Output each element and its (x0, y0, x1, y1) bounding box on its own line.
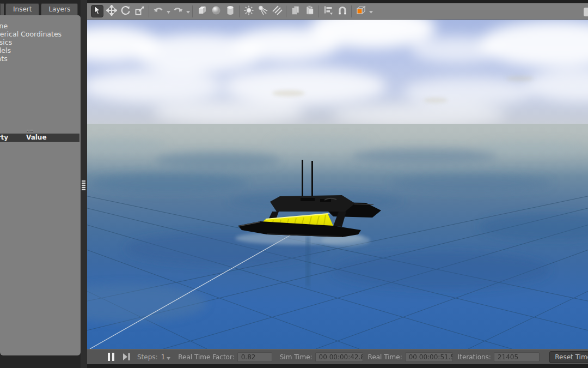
steps-spinner-caret[interactable] (167, 357, 170, 360)
property-table-header: Property Value (0, 134, 79, 142)
redo-button[interactable] (171, 5, 184, 17)
steps-value[interactable]: 1 (161, 353, 166, 361)
rotate-tool-button[interactable] (119, 5, 132, 17)
select-tool-button[interactable] (91, 5, 103, 17)
toolbar-separator (239, 5, 240, 17)
splitter-grip-icon[interactable] (82, 180, 85, 190)
iterations-value-field: 21405 (494, 352, 540, 362)
main-area: Steps: 1 Real Time Factor: 0.82 Sim Time… (87, 0, 588, 368)
tree-item-physics[interactable]: Physics (0, 38, 81, 46)
step-button[interactable] (122, 353, 130, 360)
sim-time-label: Sim Time: (280, 353, 313, 361)
world-tree: Scene Spherical Coordinates Physics Mode… (0, 22, 81, 63)
paste-button[interactable] (303, 5, 316, 17)
copy-icon (290, 5, 301, 18)
cylinder-shape-icon (225, 5, 236, 18)
insert-box-button[interactable] (195, 5, 208, 17)
rtf-value-field: 0.82 (237, 352, 272, 362)
sky (87, 20, 588, 127)
real-time-label: Real Time: (368, 353, 402, 361)
steps-label: Steps: (137, 353, 158, 361)
point-light-icon (243, 5, 254, 18)
rtf-label: Real Time Factor: (178, 353, 234, 361)
move-arrows-icon (106, 5, 117, 18)
sim-time-value-field: 00 00:00:42.810 (315, 352, 363, 362)
box-shape-icon (197, 5, 207, 18)
toolbar-separator (192, 5, 193, 17)
insert-sphere-button[interactable] (210, 5, 222, 17)
snap-magnet-icon (337, 5, 348, 18)
align-button[interactable] (322, 5, 334, 17)
cut-off-toolbar-icon[interactable] (584, 8, 588, 16)
align-icon (323, 5, 334, 18)
cursor-arrow-icon (93, 5, 102, 17)
toolbar-separator (351, 5, 352, 17)
undo-history-caret[interactable] (166, 5, 170, 17)
spot-light-button[interactable] (256, 5, 269, 17)
tab-insert[interactable]: Insert (5, 3, 39, 15)
scale-icon (134, 5, 145, 18)
view-cube-icon (355, 4, 367, 19)
panel-splitter[interactable] (81, 0, 87, 368)
directional-light-button[interactable] (271, 5, 283, 17)
view-angle-caret[interactable] (369, 5, 373, 17)
snap-button[interactable] (336, 5, 348, 17)
reset-time-button[interactable]: Reset Time (549, 351, 588, 363)
copy-button[interactable] (289, 5, 302, 17)
toolbar-separator (286, 5, 286, 17)
real-time-value-field: 00 00:00:51.529 (405, 352, 453, 362)
render-viewport[interactable] (87, 20, 588, 349)
redo-arrow-icon (173, 5, 183, 18)
boat-deck (270, 195, 355, 212)
value-column-header: Value (26, 134, 47, 142)
gazebo-window: Insert Layers Scene Spherical Coordinate… (0, 0, 588, 368)
paste-icon (304, 5, 315, 18)
tree-item-spherical-coordinates[interactable]: Spherical Coordinates (0, 30, 81, 38)
tab-world-partial[interactable] (0, 3, 4, 15)
toolbar-separator (149, 5, 149, 17)
rotate-arrows-icon (120, 5, 131, 18)
world-tree-panel: Scene Spherical Coordinates Physics Mode… (0, 15, 81, 355)
tree-item-models[interactable]: Models (0, 46, 81, 55)
property-column-header: Property (0, 134, 26, 142)
panel-tab-bar: Insert Layers (0, 3, 78, 15)
insert-cylinder-button[interactable] (224, 5, 236, 17)
directional-light-icon (272, 5, 283, 18)
point-light-button[interactable] (242, 5, 255, 17)
sphere-shape-icon (211, 5, 222, 18)
pause-button[interactable] (108, 353, 114, 361)
redo-history-caret[interactable] (186, 5, 190, 17)
bottom-edge (87, 364, 588, 368)
spot-light-icon (258, 5, 268, 18)
scale-tool-button[interactable] (133, 5, 146, 17)
property-panel-grip[interactable] (27, 130, 33, 132)
tree-item-lights[interactable]: Lights (0, 55, 81, 63)
undo-button[interactable] (152, 5, 164, 17)
tree-item-scene[interactable]: Scene (0, 22, 81, 30)
translate-tool-button[interactable] (105, 5, 118, 17)
iterations-label: Iterations: (458, 353, 491, 361)
tab-layers[interactable]: Layers (41, 3, 78, 15)
status-bar: Steps: 1 Real Time Factor: 0.82 Sim Time… (87, 349, 588, 364)
toolbar (87, 3, 588, 20)
view-angle-button[interactable] (354, 5, 367, 17)
toolbar-separator (318, 5, 319, 17)
undo-arrow-icon (153, 5, 164, 18)
left-panel: Insert Layers Scene Spherical Coordinate… (0, 0, 81, 368)
